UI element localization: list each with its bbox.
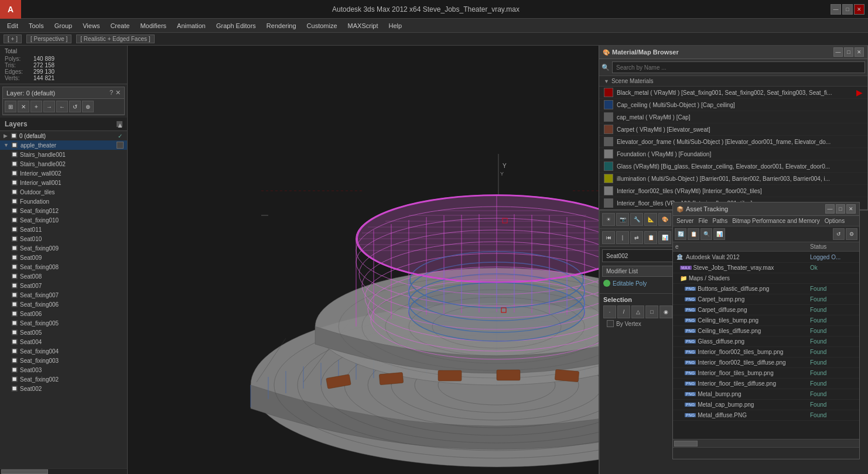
mod-icon-1[interactable]: ☀ (602, 213, 615, 226)
window-controls[interactable]: — □ ✕ (831, 4, 868, 15)
at-window-controls[interactable]: — □ ✕ (825, 204, 856, 214)
menu-tools[interactable]: Tools (24, 21, 49, 30)
at-row-metal-bump[interactable]: PNG Metal_bump.png Found (673, 389, 859, 400)
layer-item-seat-fixing004[interactable]: 🔲 Seat_fixing004 (7, 346, 127, 356)
at-row-carpet-bump[interactable]: PNG Carpet_bump.png Found (673, 294, 859, 305)
layer-item-apple-theater[interactable]: ▼ 🔲 apple_theater (0, 140, 127, 150)
layer-item-interior-wall002[interactable]: 🔲 Interior_wall002 (7, 169, 127, 178)
menu-help[interactable]: Help (384, 21, 407, 30)
by-vertex-checkbox[interactable] (607, 320, 614, 327)
at-tool-3[interactable]: 🔍 (700, 228, 712, 240)
layer-item-seat009[interactable]: 🔲 Seat009 (7, 253, 127, 262)
material-item-cap-ceiling[interactable]: Cap_ceiling ( Multi/Sub-Object ) [Cap_ce… (599, 99, 867, 111)
sel-edge-btn[interactable]: / (617, 305, 630, 318)
layer-item-seat-fixing010[interactable]: 🔲 Seat_fixing010 (7, 215, 127, 225)
mod-icon-nav4[interactable]: 📋 (644, 231, 657, 244)
mb-close[interactable]: ✕ (855, 47, 864, 57)
menu-modifiers[interactable]: Modifiers (135, 21, 171, 30)
layer-item-seat-fixing003[interactable]: 🔲 Seat_fixing003 (7, 356, 127, 365)
mod-icon-nav1[interactable]: ⏮ (602, 231, 615, 244)
menu-rendering[interactable]: Rendering (262, 21, 301, 30)
at-row-interior-floor-tiles-diffuse[interactable]: PNG Interior_floor_tiles_diffuse.png Fou… (673, 379, 859, 389)
material-item-glass[interactable]: Glass (VRayMtl) [Big_glass, Elevator_cei… (599, 160, 867, 173)
at-table-body[interactable]: 🏦 Autodesk Vault 2012 Logged O... MAX St… (673, 252, 859, 439)
at-tool-2[interactable]: 📋 (688, 228, 699, 240)
close-button[interactable]: ✕ (854, 4, 864, 15)
viewport-3d[interactable]: Y (128, 46, 599, 474)
material-item-carpet[interactable]: Carpet ( VRayMtl ) [Elevator_sweat] (599, 123, 867, 136)
collapse-arrow[interactable]: ▼ (604, 78, 609, 84)
sel-border-btn[interactable]: △ (631, 305, 644, 318)
layer-item-seat-fixing007[interactable]: 🔲 Seat_fixing007 (7, 290, 127, 300)
mod-icon-nav5[interactable]: 📊 (658, 231, 671, 244)
layer-item-seat007[interactable]: 🔲 Seat007 (7, 281, 127, 290)
layer-item-interior-wall001[interactable]: 🔲 Interior_wall001 (7, 178, 127, 187)
at-menu-paths[interactable]: Paths (713, 218, 728, 224)
layer-item-seat011[interactable]: 🔲 Seat011 (7, 225, 127, 234)
menu-customize[interactable]: Customize (302, 21, 342, 30)
layer-tool-grid[interactable]: ⊞ (5, 101, 16, 112)
sel-element-btn[interactable]: ◉ (659, 305, 672, 318)
layer-item-seat-fixing009[interactable]: 🔲 Seat_fixing009 (7, 243, 127, 253)
layer-item-seat003[interactable]: 🔲 Seat003 (7, 365, 127, 375)
layer-item-seat005[interactable]: 🔲 Seat005 (7, 328, 127, 337)
material-item-illumination[interactable]: illumination ( Multi/Sub-Object ) [Barri… (599, 173, 867, 185)
layers-list[interactable]: ▶ 🔲 0 (default) ✓ ▼ 🔲 apple_theater (0, 131, 127, 468)
layers-scrollbar-h[interactable] (0, 468, 127, 474)
material-item-black-metal[interactable]: Black_metal ( VRayMtl ) [Seat_fixing001,… (599, 87, 867, 99)
layer-apple-box[interactable] (117, 142, 124, 149)
layer-tool-delete[interactable]: ✕ (18, 101, 29, 112)
at-row-interior-floor002-diffuse[interactable]: PNG Interior_floor002_tiles_diffuse.png … (673, 358, 859, 368)
layer-item-seat-fixing012[interactable]: 🔲 Seat_fixing012 (7, 206, 127, 215)
menu-create[interactable]: Create (105, 21, 134, 30)
material-search-input[interactable] (612, 61, 865, 73)
at-row-metal-cap-bump[interactable]: PNG Metal_cap_bump.png Found (673, 400, 859, 410)
at-row-interior-floor002-bump[interactable]: PNG Interior_floor002_tiles_bump.png Fou… (673, 347, 859, 358)
mod-icon-4[interactable]: 📐 (644, 213, 657, 226)
minimize-button[interactable]: — (831, 4, 841, 15)
at-menu-file[interactable]: File (698, 218, 708, 224)
menu-edit[interactable]: Edit (2, 21, 23, 30)
at-tool-4[interactable]: 📊 (713, 228, 725, 240)
layer-tool-add[interactable]: + (30, 101, 42, 112)
layer-dialog-close[interactable]: ✕ (115, 89, 121, 97)
at-row-vault[interactable]: 🏦 Autodesk Vault 2012 Logged O... (673, 252, 859, 263)
at-row-carpet-diffuse[interactable]: PNG Carpet_diffuse.png Found (673, 305, 859, 315)
mb-maximize[interactable]: □ (844, 47, 853, 57)
layer-item-stairs002[interactable]: 🔲 Stairs_handle002 (7, 159, 127, 169)
layer-item-foundation[interactable]: 🔲 Foundation (7, 197, 127, 206)
at-menu-server[interactable]: Server (676, 218, 693, 224)
at-tool-1[interactable]: 🔄 (675, 228, 686, 240)
maximize-button[interactable]: □ (842, 4, 853, 15)
at-row-glass-diffuse[interactable]: PNG Glass_diffuse.png Found (673, 336, 859, 347)
at-row-ceiling-tiles-bump[interactable]: PNG Ceiling_tiles_bump.png Found (673, 315, 859, 326)
layer-item-seat010[interactable]: 🔲 Seat010 (7, 234, 127, 243)
mod-icon-5[interactable]: 🎨 (658, 213, 671, 226)
menu-views[interactable]: Views (78, 21, 104, 30)
layer-tool-move-to[interactable]: → (43, 101, 55, 112)
layer-dialog-help[interactable]: ? (110, 89, 113, 97)
sel-poly-btn[interactable]: □ (645, 305, 658, 318)
layer-item-seat-fixing002[interactable]: 🔲 Seat_fixing002 (7, 375, 127, 384)
sel-vertex-btn[interactable]: · (603, 305, 616, 318)
layer-item-seat004[interactable]: 🔲 Seat004 (7, 337, 127, 346)
at-tool-refresh[interactable]: ↺ (833, 228, 845, 240)
layer-item-seat-fixing005[interactable]: 🔲 Seat_fixing005 (7, 318, 127, 328)
mb-minimize[interactable]: — (833, 47, 843, 57)
viewport-badge-plus[interactable]: [ + ] (4, 35, 22, 43)
material-item-interior-floor002[interactable]: Interior_floor002_tiles (VRayMtl) [Inter… (599, 185, 867, 197)
mod-icon-nav2[interactable]: | (616, 231, 629, 244)
at-menu-bitmap[interactable]: Bitmap Performance and Memory (732, 218, 820, 224)
at-maximize[interactable]: □ (836, 204, 845, 214)
layer-item-stairs001[interactable]: 🔲 Stairs_handle001 (7, 150, 127, 159)
at-menu-options[interactable]: Options (825, 218, 845, 224)
layer-item-outdoor-tiles[interactable]: 🔲 Outdoor_tiles (7, 187, 127, 197)
at-tool-settings[interactable]: ⚙ (846, 228, 857, 240)
viewport-badge-perspective[interactable]: [ Perspective ] (26, 35, 71, 43)
at-row-ceiling-tiles-diffuse[interactable]: PNG Ceiling_tiles_diffuse.png Found (673, 326, 859, 336)
material-browser-controls[interactable]: — □ ✕ (833, 47, 864, 57)
at-close[interactable]: ✕ (846, 204, 856, 214)
layer-tool-select[interactable]: ⊕ (82, 101, 94, 112)
at-minimize[interactable]: — (825, 204, 835, 214)
viewport-badge-realistic[interactable]: [ Realistic + Edged Faces ] (76, 35, 154, 43)
